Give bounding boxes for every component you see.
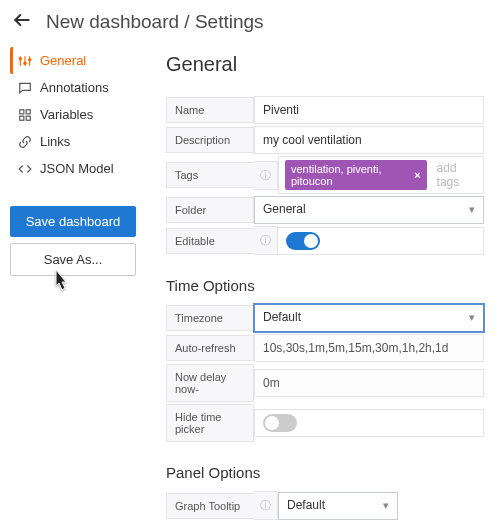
label-graphtooltip: Graph Tooltip: [166, 493, 254, 519]
svg-rect-9: [20, 116, 24, 120]
svg-rect-8: [26, 109, 30, 113]
back-icon[interactable]: [12, 10, 32, 33]
tag-chip[interactable]: ventilation, piventi, pitoucon ×: [285, 160, 427, 190]
nav-variables[interactable]: Variables: [10, 101, 136, 128]
input-nowdelay[interactable]: [254, 369, 484, 397]
code-icon: [18, 162, 32, 176]
label-hidetimepicker: Hide time picker: [166, 404, 254, 442]
label-autorefresh: Auto-refresh: [166, 335, 254, 361]
link-icon: [18, 135, 32, 149]
grid-icon: [18, 108, 32, 122]
info-icon[interactable]: ⓘ: [254, 161, 278, 190]
select-graphtooltip[interactable]: Default: [278, 492, 398, 520]
tag-remove-icon[interactable]: ×: [414, 169, 420, 181]
nav-label: Variables: [40, 107, 93, 122]
svg-point-4: [19, 57, 21, 59]
nav-label: Annotations: [40, 80, 109, 95]
nav-label: JSON Model: [40, 161, 114, 176]
label-name: Name: [166, 97, 254, 123]
tags-placeholder: add tags: [437, 161, 477, 189]
nav-label: Links: [40, 134, 70, 149]
label-timezone: Timezone: [166, 305, 254, 331]
breadcrumb: New dashboard / Settings: [46, 11, 264, 33]
cursor-pointer-icon: [48, 268, 72, 299]
tag-text: ventilation, piventi, pitoucon: [291, 163, 408, 187]
toggle-hidetimepicker[interactable]: [263, 414, 297, 432]
label-folder: Folder: [166, 197, 254, 223]
nav-links[interactable]: Links: [10, 128, 136, 155]
toggle-editable[interactable]: [286, 232, 320, 250]
nav-json[interactable]: JSON Model: [10, 155, 136, 182]
nav-annotations[interactable]: Annotations: [10, 74, 136, 101]
tags-input[interactable]: ventilation, piventi, pitoucon × add tag…: [278, 156, 484, 194]
label-nowdelay: Now delay now-: [166, 364, 254, 402]
info-icon[interactable]: ⓘ: [254, 226, 278, 255]
section-panel-title: Panel Options: [166, 464, 484, 481]
nav-label: General: [40, 53, 86, 68]
label-description: Description: [166, 127, 254, 153]
input-autorefresh[interactable]: [254, 334, 484, 362]
svg-point-5: [24, 62, 26, 64]
input-description[interactable]: [254, 126, 484, 154]
label-tags: Tags: [166, 162, 254, 188]
save-as-button[interactable]: Save As...: [10, 243, 136, 276]
sliders-icon: [18, 54, 32, 68]
section-time-title: Time Options: [166, 277, 484, 294]
label-editable: Editable: [166, 228, 254, 254]
svg-point-6: [29, 58, 31, 60]
svg-rect-10: [26, 116, 30, 120]
comment-icon: [18, 81, 32, 95]
select-timezone[interactable]: Default: [254, 304, 484, 332]
section-general-title: General: [166, 53, 484, 76]
main-panel: General Name Description Tags ⓘ ventilat…: [142, 47, 500, 521]
input-name[interactable]: [254, 96, 484, 124]
info-icon[interactable]: ⓘ: [254, 491, 278, 520]
svg-rect-7: [20, 109, 24, 113]
select-folder[interactable]: General: [254, 196, 484, 224]
save-dashboard-button[interactable]: Save dashboard: [10, 206, 136, 237]
nav-general[interactable]: General: [10, 47, 136, 74]
